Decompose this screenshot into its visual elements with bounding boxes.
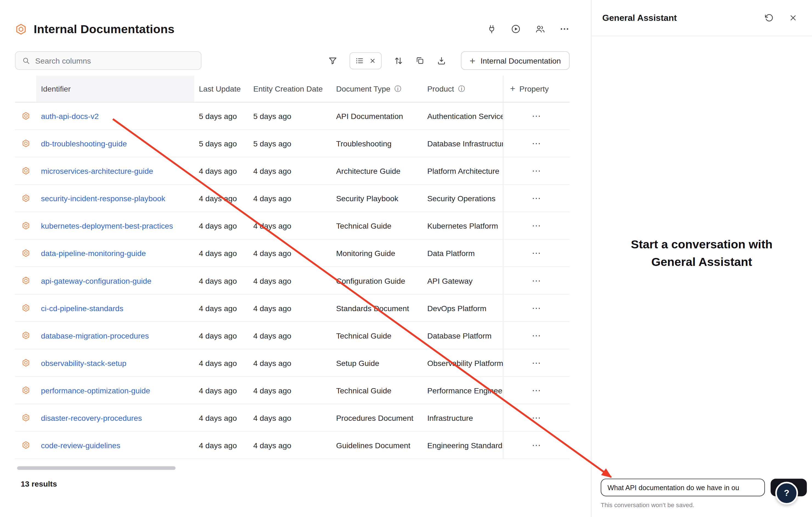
row-menu-button[interactable]: ⋯ [528, 137, 545, 150]
column-header-entity-creation-date[interactable]: Entity Creation Date [249, 75, 331, 102]
row-menu-button[interactable]: ⋯ [528, 219, 545, 232]
document-type-cell: Technical Guide [331, 331, 423, 340]
reset-conversation-button[interactable] [764, 13, 774, 23]
filter-button[interactable] [328, 56, 338, 65]
download-button[interactable] [436, 56, 446, 65]
last-update-cell: 4 days ago [194, 194, 249, 203]
identifier-cell: code-review-guidelines [36, 440, 194, 449]
icon-column-header [15, 75, 36, 102]
add-property-button[interactable]: + Property [503, 75, 570, 102]
play-button[interactable] [511, 24, 521, 34]
copy-columns-button[interactable] [415, 56, 425, 65]
identifier-link[interactable]: disaster-recovery-procedures [41, 413, 142, 422]
entity-creation-date-cell: 4 days ago [249, 166, 331, 175]
row-menu-button[interactable]: ⋯ [528, 356, 545, 369]
share-users-button[interactable] [535, 24, 545, 34]
row-icon-cell [15, 194, 36, 202]
row-icon-cell [15, 167, 36, 175]
identifier-link[interactable]: security-incident-response-playbook [41, 194, 165, 203]
identifier-link[interactable]: db-troubleshooting-guide [41, 139, 127, 148]
hexagon-asset-icon [21, 331, 30, 339]
row-actions-cell: ⋯ [503, 384, 570, 397]
search-input[interactable] [35, 56, 195, 65]
row-menu-button[interactable]: ⋯ [528, 384, 545, 397]
plug-icon [487, 24, 497, 34]
row-actions-cell: ⋯ [503, 192, 570, 205]
row-menu-button[interactable]: ⋯ [528, 302, 545, 314]
document-type-cell: Standards Document [331, 303, 423, 312]
table-row: db-troubleshooting-guide 5 days ago 5 da… [15, 130, 570, 157]
row-menu-button[interactable]: ⋯ [528, 192, 545, 205]
row-actions-cell: ⋯ [503, 247, 570, 260]
identifier-cell: microservices-architecture-guide [36, 166, 194, 175]
row-icon-cell [15, 414, 36, 422]
row-menu-button[interactable]: ⋯ [528, 411, 545, 424]
row-icon-cell [15, 386, 36, 394]
hexagon-asset-icon [21, 112, 30, 120]
column-header-last-update[interactable]: Last Update [194, 75, 249, 102]
table-row: code-review-guidelines 4 days ago 4 days… [15, 431, 570, 459]
documents-table: Identifier Last Update Entity Creation D… [15, 75, 570, 459]
last-update-cell: 4 days ago [194, 386, 249, 394]
clear-view-button[interactable] [369, 57, 376, 64]
row-actions-cell: ⋯ [503, 329, 570, 342]
column-header-identifier[interactable]: Identifier [36, 75, 194, 102]
hexagon-asset-icon [21, 359, 30, 367]
horizontal-scrollbar[interactable] [17, 466, 176, 470]
product-cell: Authentication Service [423, 102, 503, 129]
row-menu-button[interactable]: ⋯ [528, 247, 545, 260]
identifier-link[interactable]: api-gateway-configuration-guide [41, 276, 151, 285]
identifier-link[interactable]: code-review-guidelines [41, 440, 120, 449]
identifier-link[interactable]: observability-stack-setup [41, 358, 126, 367]
help-button[interactable]: ? [775, 482, 798, 505]
toolbar: + Internal Documentation [15, 51, 570, 70]
info-icon[interactable]: ⓘ [458, 84, 465, 93]
view-toggle[interactable] [349, 52, 382, 69]
sort-icon [394, 56, 403, 65]
more-options-button[interactable] [559, 24, 570, 34]
entity-creation-date-cell: 4 days ago [249, 194, 331, 203]
column-label: Last Update [199, 85, 241, 93]
identifier-link[interactable]: ci-cd-pipeline-standards [41, 303, 123, 312]
search-box[interactable] [15, 51, 202, 70]
row-icon-cell [15, 221, 36, 230]
create-internal-documentation-button[interactable]: + Internal Documentation [461, 51, 570, 70]
hexagon-asset-icon [21, 441, 30, 449]
row-menu-button[interactable]: ⋯ [528, 329, 545, 342]
column-header-product[interactable]: Product ⓘ [423, 75, 503, 102]
entity-creation-date-cell: 4 days ago [249, 331, 331, 340]
page-title: Internal Documentations [34, 22, 174, 36]
row-icon-cell [15, 304, 36, 312]
identifier-link[interactable]: auth-api-docs-v2 [41, 112, 99, 120]
table-row: database-migration-procedures 4 days ago… [15, 322, 570, 349]
info-icon[interactable]: ⓘ [395, 84, 401, 93]
assistant-input[interactable] [601, 479, 765, 496]
hexagon-asset-icon [21, 386, 30, 394]
close-assistant-button[interactable] [789, 13, 798, 22]
identifier-link[interactable]: kubernetes-deployment-best-practices [41, 221, 173, 230]
assistant-title: General Assistant [602, 12, 677, 23]
identifier-link[interactable]: microservices-architecture-guide [41, 166, 153, 175]
row-menu-button[interactable]: ⋯ [528, 274, 545, 287]
row-menu-button[interactable]: ⋯ [528, 110, 545, 122]
identifier-cell: security-incident-response-playbook [36, 194, 194, 203]
column-header-document-type[interactable]: Document Type ⓘ [331, 75, 423, 102]
last-update-cell: 5 days ago [194, 139, 249, 148]
identifier-link[interactable]: data-pipeline-monitoring-guide [41, 249, 146, 257]
row-menu-button[interactable]: ⋯ [528, 164, 545, 177]
row-menu-button[interactable]: ⋯ [528, 438, 545, 452]
last-update-cell: 4 days ago [194, 166, 249, 175]
document-type-cell: Monitoring Guide [331, 249, 423, 257]
identifier-cell: observability-stack-setup [36, 358, 194, 367]
sort-button[interactable] [394, 56, 403, 65]
plug-button[interactable] [487, 24, 497, 34]
filter-icon [328, 56, 338, 65]
row-actions-cell: ⋯ [503, 411, 570, 424]
identifier-link[interactable]: performance-optimization-guide [41, 386, 150, 394]
product-cell: Infrastructure [423, 404, 503, 431]
column-label: Property [519, 85, 549, 93]
hexagon-asset-icon [21, 139, 30, 148]
entity-creation-date-cell: 4 days ago [249, 440, 331, 449]
undo-icon [764, 13, 774, 23]
identifier-link[interactable]: database-migration-procedures [41, 331, 149, 340]
